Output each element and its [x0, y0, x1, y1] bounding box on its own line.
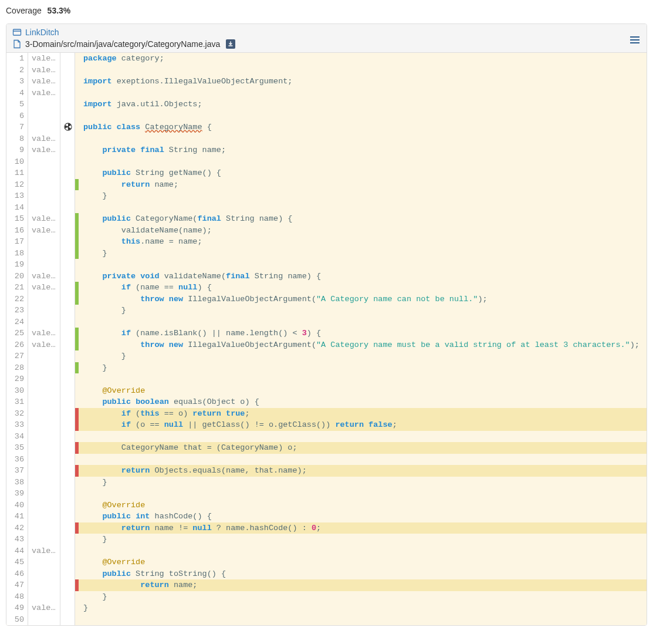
line-number[interactable]: 28 — [6, 362, 28, 374]
code-line[interactable]: } — [79, 248, 647, 259]
line-number[interactable]: 37 — [6, 465, 28, 477]
code-line[interactable]: import java.util.Objects; — [79, 99, 647, 110]
code-line[interactable]: public String toString() { — [79, 568, 647, 580]
code-line[interactable] — [79, 373, 647, 385]
line-number[interactable]: 49 — [6, 602, 28, 614]
line-number[interactable]: 4 — [6, 87, 28, 99]
line-number[interactable]: 14 — [6, 202, 28, 214]
line-number[interactable]: 11 — [6, 167, 28, 179]
code-line[interactable] — [79, 454, 647, 466]
code-line[interactable]: } — [79, 477, 647, 488]
code-line[interactable]: } — [79, 534, 647, 545]
code-line[interactable] — [79, 431, 647, 443]
line-number[interactable]: 36 — [6, 454, 28, 466]
code-line[interactable]: @Override — [79, 385, 647, 397]
code-line[interactable] — [79, 133, 647, 145]
project-link[interactable]: LinkDitch — [25, 28, 59, 37]
line-number[interactable]: 20 — [6, 271, 28, 282]
code-line[interactable]: return name != null ? name.hashCode() : … — [79, 522, 647, 534]
code-column[interactable]: package category; import exeptions.Illeg… — [79, 53, 647, 625]
line-number[interactable]: 6 — [6, 110, 28, 122]
code-line[interactable]: return name; — [79, 179, 647, 191]
line-number[interactable]: 24 — [6, 316, 28, 328]
code-line[interactable]: return Objects.equals(name, that.name); — [79, 465, 647, 477]
code-line[interactable]: if (this == o) return true; — [79, 408, 647, 420]
line-number[interactable]: 15 — [6, 213, 28, 225]
line-number[interactable]: 40 — [6, 500, 28, 511]
line-number[interactable]: 9 — [6, 144, 28, 156]
code-line[interactable]: if (name == null) { — [79, 282, 647, 294]
line-number[interactable]: 7 — [6, 122, 28, 133]
code-line[interactable]: public int hashCode() { — [79, 511, 647, 522]
code-line[interactable]: public boolean equals(Object o) { — [79, 396, 647, 408]
mutation-icon[interactable] — [60, 122, 75, 133]
code-line[interactable]: import exeptions.IllegalValueObjectArgum… — [79, 76, 647, 87]
line-number[interactable]: 13 — [6, 190, 28, 202]
code-line[interactable]: private final String name; — [79, 144, 647, 156]
line-number[interactable]: 25 — [6, 328, 28, 339]
code-line[interactable] — [79, 259, 647, 271]
line-number[interactable]: 50 — [6, 614, 28, 626]
line-number[interactable]: 32 — [6, 408, 28, 420]
code-line[interactable]: @Override — [79, 557, 647, 568]
line-number[interactable]: 44 — [6, 545, 28, 557]
line-number[interactable]: 26 — [6, 339, 28, 351]
download-icon[interactable] — [226, 39, 235, 49]
code-line[interactable]: throw new IllegalValueObjectArgument("A … — [79, 339, 647, 351]
code-line[interactable]: } — [79, 591, 647, 603]
code-line[interactable] — [79, 202, 647, 214]
line-number[interactable]: 23 — [6, 305, 28, 316]
line-number[interactable]: 5 — [6, 99, 28, 110]
line-number[interactable]: 19 — [6, 259, 28, 271]
code-line[interactable] — [79, 65, 647, 76]
line-number[interactable]: 2 — [6, 65, 28, 76]
line-number[interactable]: 45 — [6, 557, 28, 568]
code-line[interactable]: } — [79, 350, 647, 362]
code-line[interactable]: } — [79, 602, 647, 614]
code-line[interactable] — [79, 316, 647, 328]
line-number[interactable]: 21 — [6, 282, 28, 294]
code-line[interactable] — [79, 156, 647, 168]
line-number[interactable]: 39 — [6, 488, 28, 500]
code-line[interactable]: CategoryName that = (CategoryName) o; — [79, 442, 647, 454]
line-number[interactable]: 35 — [6, 442, 28, 454]
code-line[interactable]: return name; — [79, 579, 647, 591]
code-line[interactable] — [79, 110, 647, 122]
hamburger-menu-icon[interactable] — [630, 35, 640, 45]
line-number[interactable]: 43 — [6, 534, 28, 545]
code-line[interactable] — [79, 545, 647, 557]
line-number[interactable]: 22 — [6, 294, 28, 305]
code-line[interactable]: @Override — [79, 500, 647, 511]
line-number[interactable]: 12 — [6, 179, 28, 191]
code-line[interactable] — [79, 87, 647, 99]
code-line[interactable]: throw new IllegalValueObjectArgument("A … — [79, 294, 647, 305]
line-number[interactable]: 3 — [6, 76, 28, 87]
line-number[interactable]: 18 — [6, 248, 28, 259]
line-number[interactable]: 31 — [6, 396, 28, 408]
line-number[interactable]: 42 — [6, 522, 28, 534]
line-number[interactable]: 41 — [6, 511, 28, 522]
line-number[interactable]: 10 — [6, 156, 28, 168]
code-line[interactable]: private void validateName(final String n… — [79, 271, 647, 282]
code-line[interactable]: public class CategoryName { — [79, 122, 647, 133]
line-number[interactable]: 29 — [6, 373, 28, 385]
code-line[interactable]: public String getName() { — [79, 167, 647, 179]
line-number[interactable]: 48 — [6, 591, 28, 603]
line-number[interactable]: 30 — [6, 385, 28, 397]
line-number[interactable]: 27 — [6, 350, 28, 362]
line-number[interactable]: 47 — [6, 579, 28, 591]
line-number[interactable]: 46 — [6, 568, 28, 580]
code-line[interactable]: } — [79, 190, 647, 202]
code-line[interactable]: package category; — [79, 53, 647, 65]
code-line[interactable] — [79, 614, 647, 626]
code-line[interactable]: public CategoryName(final String name) { — [79, 213, 647, 225]
code-line[interactable]: } — [79, 305, 647, 316]
line-number[interactable]: 33 — [6, 419, 28, 431]
line-number[interactable]: 8 — [6, 133, 28, 145]
line-number[interactable]: 38 — [6, 477, 28, 488]
code-line[interactable]: validateName(name); — [79, 225, 647, 237]
line-number[interactable]: 1 — [6, 53, 28, 65]
line-number[interactable]: 34 — [6, 431, 28, 443]
line-number[interactable]: 16 — [6, 225, 28, 237]
code-line[interactable]: if (name.isBlank() || name.length() < 3)… — [79, 328, 647, 339]
